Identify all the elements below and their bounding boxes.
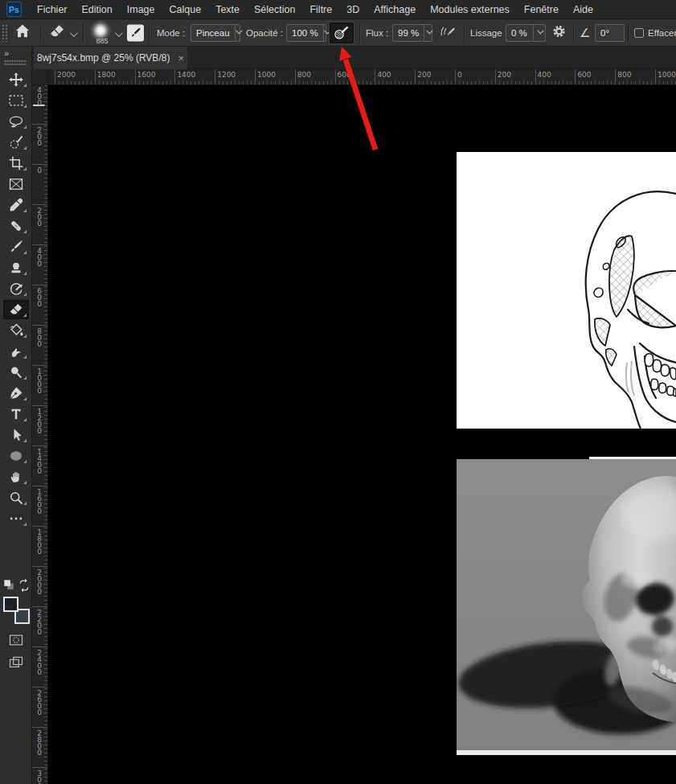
flyout-indicator-icon [23, 251, 27, 254]
brush-angle-value: 0° [596, 25, 624, 41]
flow-input[interactable]: 99 % [392, 24, 432, 42]
separator [83, 23, 84, 43]
menu-items: FichierEditionImageCalqueTexteSélectionF… [30, 0, 600, 19]
flyout-indicator-icon [23, 209, 27, 212]
tool-dodge-tool[interactable] [0, 362, 32, 383]
tool-clone-stamp-tool[interactable] [0, 257, 32, 278]
screen-mode-button[interactable] [8, 655, 24, 674]
flyout-indicator-icon [23, 335, 27, 338]
tool-hand-tool[interactable] [0, 466, 32, 487]
collapse-panel-button[interactable]: » [4, 48, 10, 58]
erase-history-label: Effacer de [648, 28, 676, 38]
close-tab-icon[interactable]: × [178, 53, 184, 64]
menu-item-3d[interactable]: 3D [339, 0, 367, 19]
flyout-indicator-icon [23, 167, 27, 170]
tool-spot-healing-brush-tool[interactable] [0, 215, 32, 236]
flyout-indicator-icon [23, 272, 27, 275]
swap-colors-icon[interactable] [16, 577, 32, 597]
tool-pen-tool[interactable] [0, 383, 32, 404]
airbrush-button[interactable] [436, 23, 460, 43]
menu-item-affichage[interactable]: Affichage [367, 0, 423, 19]
menu-item-modules-externes[interactable]: Modules externes [423, 0, 517, 19]
separator [464, 23, 465, 43]
pressure-opacity-button[interactable] [330, 23, 354, 43]
brush-preset-picker[interactable]: 885 [90, 20, 114, 41]
flyout-indicator-icon [23, 418, 27, 421]
menu-item-aide[interactable]: Aide [566, 0, 600, 19]
flow-value: 99 % [393, 25, 424, 41]
vertical-ruler[interactable]: 4002000200400600800100012001400160018002… [32, 85, 48, 784]
chevron-down-icon [533, 25, 545, 41]
options-bar-grip[interactable] [2, 24, 7, 42]
menu-item-calque[interactable]: Calque [162, 0, 209, 19]
menu-item-texte[interactable]: Texte [208, 0, 247, 19]
mode-select[interactable]: Pinceau [191, 24, 240, 42]
tool-crop-tool[interactable] [0, 153, 32, 174]
brush-picker-chevron-icon[interactable] [115, 26, 121, 40]
home-button[interactable] [14, 23, 31, 43]
document-tab-title: 8wj7s54x.bmp @ 25% (RVB/8) [37, 52, 170, 64]
menu-item-s-lection[interactable]: Sélection [247, 0, 302, 19]
tool-ellipse-shape-tool[interactable] [0, 445, 32, 466]
erase-history-checkbox[interactable] [634, 28, 644, 38]
default-colors-icon[interactable] [2, 577, 18, 597]
current-tool-eraser-icon[interactable] [48, 23, 66, 43]
horizontal-ruler[interactable]: 2000180016001400120010008006004002000200… [48, 69, 676, 85]
panel-grip[interactable] [4, 60, 27, 65]
flyout-indicator-icon [23, 523, 27, 526]
menu-item-fichier[interactable]: Fichier [30, 0, 75, 19]
tool-history-brush-tool[interactable] [0, 278, 32, 299]
tool-rectangular-marquee-tool[interactable] [0, 90, 32, 111]
toggle-brush-panel-button[interactable] [127, 25, 144, 42]
smoothing-value: 0 % [506, 25, 533, 41]
flow-label: Flux : [366, 28, 388, 38]
smoothing-input[interactable]: 0 % [506, 24, 546, 42]
tool-frame-tool[interactable] [0, 174, 32, 195]
document-canvas[interactable] [48, 85, 676, 784]
document-tab[interactable]: 8wj7s54x.bmp @ 25% (RVB/8) × [34, 47, 187, 69]
flyout-indicator-icon [23, 314, 27, 317]
chevron-down-icon [235, 25, 240, 41]
menu-item-image[interactable]: Image [120, 0, 162, 19]
separator [628, 23, 629, 43]
flyout-indicator-icon [23, 355, 27, 359]
menu-item-filtre[interactable]: Filtre [302, 0, 339, 19]
tools-panel: » [0, 47, 32, 784]
flyout-indicator-icon [23, 105, 27, 108]
flyout-indicator-icon [23, 84, 27, 87]
tool-eyedropper-tool[interactable] [0, 195, 32, 215]
opacity-label: Opacité : [246, 28, 283, 38]
photoshop-window: Ps FichierEditionImageCalqueTexteSélecti… [0, 0, 676, 784]
chevron-down-icon [424, 25, 432, 41]
flyout-indicator-icon [23, 146, 27, 150]
brush-angle-input[interactable]: 0° [595, 24, 625, 42]
separator [40, 23, 41, 43]
flyout-indicator-icon [23, 125, 27, 129]
ruler-origin-corner[interactable] [32, 69, 48, 85]
menu-item-edition[interactable]: Edition [75, 0, 120, 19]
tool-move-tool[interactable] [0, 69, 32, 90]
tool-path-selection-tool[interactable] [0, 425, 32, 445]
menu-item-fen-tre[interactable]: Fenêtre [517, 0, 566, 19]
tool-edit-toolbar[interactable] [0, 508, 32, 529]
brush-angle-icon: ∠ [580, 26, 590, 40]
mode-value: Pinceau [191, 25, 235, 41]
tool-smudge-tool[interactable] [0, 341, 32, 362]
tool-quick-selection-tool[interactable] [0, 132, 32, 153]
tool-preset-chevron-icon[interactable] [70, 26, 76, 40]
brush-size-value: 885 [90, 37, 114, 45]
tool-eraser-tool[interactable] [0, 299, 32, 320]
document-tab-bar: 8wj7s54x.bmp @ 25% (RVB/8) × [32, 47, 676, 69]
flyout-indicator-icon [23, 439, 27, 442]
tool-lasso-tool[interactable] [0, 111, 32, 132]
tool-brush-tool[interactable] [0, 236, 32, 257]
menu-bar: Ps FichierEditionImageCalqueTexteSélecti… [0, 0, 676, 19]
separator [573, 23, 574, 43]
tool-gradient-tool[interactable] [0, 320, 32, 341]
render-bottom-edge [457, 750, 676, 755]
opacity-input[interactable]: 100 % [286, 24, 326, 42]
foreground-color-swatch[interactable] [3, 597, 18, 612]
quick-mask-button[interactable] [8, 632, 24, 651]
tool-zoom-tool[interactable] [0, 487, 32, 508]
tool-type-tool[interactable] [0, 404, 32, 425]
